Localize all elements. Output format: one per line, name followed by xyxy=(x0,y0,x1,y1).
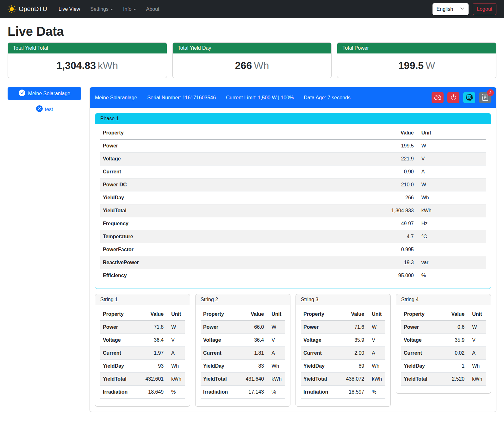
total-unit: Wh xyxy=(254,60,269,71)
total-card: Total Yield Day 266Wh xyxy=(172,42,332,78)
chevron-down-icon xyxy=(134,9,136,10)
string-title: String 1 xyxy=(95,294,190,305)
row-property: Voltage xyxy=(401,334,437,347)
nav-item-info[interactable]: Info xyxy=(118,4,141,15)
table-row: Power 71.6 W xyxy=(301,321,385,334)
power-icon xyxy=(450,94,457,102)
column-header-value: Value xyxy=(136,308,166,321)
string-card: String 2 Property Value Unit xyxy=(195,294,290,407)
phase-table: Property Value Unit Power xyxy=(100,127,486,282)
x-circle-icon xyxy=(36,105,43,113)
total-unit: W xyxy=(426,60,435,71)
row-value: 89 xyxy=(336,360,367,373)
string-table: Property Value Unit xyxy=(201,308,285,399)
row-property: PowerFactor xyxy=(100,243,362,256)
row-value: 83 xyxy=(236,360,266,373)
row-property: YieldTotal xyxy=(201,373,236,386)
events-badge: 2 xyxy=(487,89,494,96)
table-row: Voltage 35.9 V xyxy=(401,334,486,347)
row-unit: kWh xyxy=(367,373,385,386)
row-property: YieldDay xyxy=(401,360,437,373)
string-body: Property Value Unit xyxy=(95,305,190,406)
row-unit xyxy=(416,243,486,256)
logout-button[interactable]: Logout xyxy=(473,3,496,15)
row-unit: % xyxy=(166,386,185,399)
device-info-button[interactable] xyxy=(463,92,475,103)
table-row: YieldDay 89 Wh xyxy=(301,360,385,373)
table-row: Power 0.6 W xyxy=(401,321,486,334)
language-select[interactable]: English xyxy=(432,3,469,15)
row-property: Voltage xyxy=(100,334,136,347)
row-property: Current xyxy=(100,165,362,178)
total-card-body: 1,304.83kWh xyxy=(8,53,167,78)
table-header-row: Property Value Unit xyxy=(401,308,486,321)
table-row: Current 1.97 A xyxy=(100,347,185,360)
event-log-button[interactable]: 2 xyxy=(479,92,491,103)
power-button[interactable] xyxy=(447,92,459,103)
row-unit: Wh xyxy=(416,191,486,204)
nav-item-about[interactable]: About xyxy=(141,4,165,15)
total-card-title: Total Yield Total xyxy=(8,43,167,53)
row-property: YieldDay xyxy=(301,360,336,373)
table-row: PowerFactor 0.995 xyxy=(100,243,486,256)
inverter-limit: Current Limit: 1,500 W | 100% xyxy=(226,95,294,101)
row-unit: A xyxy=(367,347,385,360)
table-row: YieldDay 1 Wh xyxy=(401,360,486,373)
selected-inverter-button[interactable]: Meine Solaranlage xyxy=(8,87,81,100)
row-value: 71.8 xyxy=(136,321,166,334)
row-property: ReactivePower xyxy=(100,256,362,269)
column-header-property: Property xyxy=(401,308,437,321)
row-value: 221.9 xyxy=(362,153,416,165)
row-value: 2.520 xyxy=(437,373,467,386)
column-header-property: Property xyxy=(100,127,362,140)
navbar-right: English Logout xyxy=(432,3,496,15)
row-unit: V xyxy=(467,334,486,347)
string-body: Property Value Unit xyxy=(196,305,290,406)
column-header-property: Property xyxy=(301,308,336,321)
language-select-value: English xyxy=(437,6,453,12)
table-header-row: Property Value Unit xyxy=(100,308,185,321)
limit-settings-button[interactable] xyxy=(432,92,444,103)
column-header-unit: Unit xyxy=(416,127,486,140)
table-row: Voltage 36.4 V xyxy=(201,334,285,347)
row-value: 19.3 xyxy=(362,256,416,269)
column-header-unit: Unit xyxy=(266,308,285,321)
row-value: 36.4 xyxy=(136,334,166,347)
row-value: 66.0 xyxy=(236,321,266,334)
table-row: YieldDay 266 Wh xyxy=(100,191,486,204)
row-property: YieldDay xyxy=(201,360,236,373)
table-row: YieldDay 83 Wh xyxy=(201,360,285,373)
table-header-row: Property Value Unit xyxy=(100,127,486,140)
row-unit: A xyxy=(266,347,285,360)
nav-item-live-view[interactable]: Live View xyxy=(53,4,85,15)
row-unit: kWh xyxy=(416,204,486,217)
column-header-unit: Unit xyxy=(367,308,385,321)
table-row: Efficiency 95.000 % xyxy=(100,269,486,282)
row-unit: W xyxy=(266,321,285,334)
string-table-body: Power 71.6 W Voltage 35.9 xyxy=(301,321,385,399)
row-unit: Wh xyxy=(166,360,185,373)
row-unit: Wh xyxy=(367,360,385,373)
row-property: YieldTotal xyxy=(100,204,362,217)
row-value: 0.6 xyxy=(437,321,467,334)
nav-item-settings[interactable]: Settings xyxy=(85,4,118,15)
page-container: Live Data Total Yield Total 1,304.83kWh … xyxy=(0,24,504,416)
column-header-property: Property xyxy=(201,308,236,321)
table-row: Temperature 4.7 °C xyxy=(100,230,486,243)
table-row: Current 1.81 A xyxy=(201,347,285,360)
row-value: 2.00 xyxy=(336,347,367,360)
row-unit: % xyxy=(416,269,486,282)
table-row: Power 66.0 W xyxy=(201,321,285,334)
column-header-value: Value xyxy=(362,127,416,140)
row-value: 71.6 xyxy=(336,321,367,334)
inverter-item-test[interactable]: test xyxy=(36,105,53,113)
string-table-body: Power 66.0 W Voltage 36.4 xyxy=(201,321,285,399)
row-unit: W xyxy=(467,321,486,334)
string-table-body: Power 71.8 W Voltage 36.4 xyxy=(100,321,185,399)
selected-inverter-label: Meine Solaranlage xyxy=(28,91,70,97)
row-property: Efficiency xyxy=(100,269,362,282)
string-card: String 1 Property Value Unit xyxy=(95,294,190,407)
row-property: Power xyxy=(201,321,236,334)
brand[interactable]: OpenDTU xyxy=(8,5,47,13)
row-property: Temperature xyxy=(100,230,362,243)
